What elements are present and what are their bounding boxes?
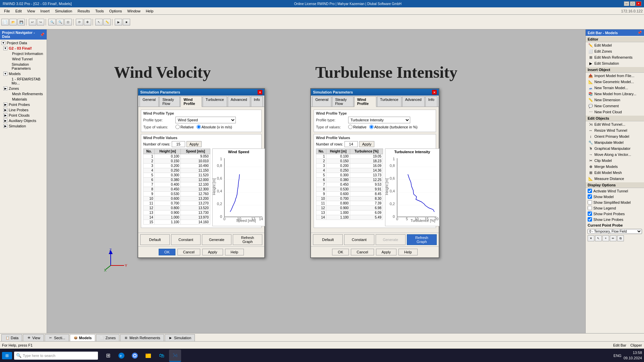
generate-button-wind[interactable]: Generate xyxy=(202,234,231,245)
merge-models-item[interactable]: ⊕ Merge Models xyxy=(586,164,644,170)
edit-simulation-item[interactable]: ▶ Edit Simulation xyxy=(586,60,644,66)
orient-model-item[interactable]: ↕ Orient Primary Model xyxy=(586,133,644,139)
tab-turb-wind-profile[interactable]: Wind Profile xyxy=(354,96,376,107)
edit-model-item[interactable]: ✏️ Edit Model xyxy=(586,42,644,48)
close-button[interactable]: ✕ xyxy=(636,1,641,6)
tb-zoom-out[interactable]: 🔍 xyxy=(56,19,64,25)
show-legend-check[interactable] xyxy=(588,206,592,210)
edit-mesh-item[interactable]: ⊞ Edit Mesh Refinements xyxy=(586,54,644,60)
tb-redo[interactable]: ↪ xyxy=(37,19,44,25)
tree-materials[interactable]: Materials xyxy=(0,97,47,102)
expand-simulation[interactable]: ▶ xyxy=(3,124,7,128)
menu-tools[interactable]: Tools xyxy=(93,8,107,14)
tree-model1[interactable]: 1 - RFEM/RSTAB Mo... xyxy=(0,76,47,86)
show-model-opt[interactable]: Show Model xyxy=(586,194,644,199)
activate-wind-tunnel-check[interactable] xyxy=(588,189,592,193)
probe-btn-delete[interactable]: ✕ xyxy=(588,235,594,241)
menu-view[interactable]: View xyxy=(24,8,38,14)
expand-zones[interactable]: ▶ xyxy=(3,86,7,90)
constant-button-wind[interactable]: Constant xyxy=(171,234,201,245)
tb-select[interactable]: ↖ xyxy=(95,19,103,25)
tb-save[interactable]: 💾 xyxy=(17,19,25,25)
show-point-probes-opt[interactable]: Show Point Probes xyxy=(586,211,644,217)
new-dimension-item[interactable]: 📏 New Dimension xyxy=(586,97,644,103)
menu-results[interactable]: Results xyxy=(75,8,93,14)
num-rows-input[interactable] xyxy=(172,141,185,147)
turb-absolute-radio[interactable] xyxy=(369,125,374,129)
clip-model-item[interactable]: ✂ Clip Model xyxy=(586,158,644,164)
num-rows-apply-button[interactable]: Apply xyxy=(186,141,202,147)
dialog-wind-titlebar[interactable]: Simulation Parameters ✕ xyxy=(138,89,264,96)
import-model-item[interactable]: 📥 Import Model from File... xyxy=(586,73,644,79)
tree-point-clouds[interactable]: ▶ Point Clouds xyxy=(0,113,47,118)
tab-info[interactable]: Info xyxy=(251,96,263,107)
move-vector-item[interactable]: → Move Along a Vector... xyxy=(586,152,644,158)
expand-models[interactable]: ▼ xyxy=(3,72,7,76)
maximize-button[interactable]: □ xyxy=(630,1,635,6)
new-comment-item[interactable]: 💬 New Comment xyxy=(586,103,644,109)
show-model-check[interactable] xyxy=(588,194,592,199)
main-viewport[interactable]: Wind Velocity Turbulense Intensity Z Y X xyxy=(47,29,585,333)
tab-view[interactable]: 👁 View xyxy=(23,334,44,341)
turb-num-rows-input[interactable] xyxy=(344,141,358,147)
tree-mesh-ref[interactable]: Mesh Refinements xyxy=(0,91,47,97)
new-point-cloud-item[interactable]: ⋯ New Point Cloud xyxy=(586,109,644,115)
taskbar-app-explorer[interactable] xyxy=(142,350,154,362)
turb-profile-type-select[interactable]: Turbulence Intensity xyxy=(348,117,410,123)
tab-steady-flow[interactable]: Steady Flow xyxy=(159,96,180,107)
tb-measure[interactable]: 📏 xyxy=(103,19,111,25)
cancel-button-turb[interactable]: Cancel xyxy=(351,249,374,255)
turb-absolute-label[interactable]: Absolute (turbulence in %) xyxy=(369,125,418,129)
probe-btn-add[interactable]: + xyxy=(602,235,609,241)
taskbar-search[interactable]: 🔍 Type here to search xyxy=(14,352,98,360)
tb-stop[interactable]: ■ xyxy=(123,19,130,25)
tab-turb-turbulence[interactable]: Turbulence xyxy=(377,96,401,107)
ok-button-turb[interactable]: OK xyxy=(332,249,349,255)
refresh-graph-button-turb[interactable]: Refresh Graph xyxy=(407,234,437,245)
manipulate-item[interactable]: 🔧 Manipulate Model xyxy=(586,139,644,145)
tb-open[interactable]: 📂 xyxy=(9,19,17,25)
sidebar-pin[interactable]: 📌 xyxy=(40,33,45,37)
tree-project-data[interactable]: ▼ Project Data xyxy=(0,40,47,46)
tab-wind-profile[interactable]: Wind Profile xyxy=(180,96,202,107)
tab-turb-info[interactable]: Info xyxy=(425,96,437,107)
apply-button-wind[interactable]: Apply xyxy=(202,249,223,255)
new-library-item[interactable]: 📚 New Model from Library... xyxy=(586,91,644,97)
show-legend-opt[interactable]: Show Legend xyxy=(586,205,644,211)
new-geo-model-item[interactable]: 📐 New Geometric Model... xyxy=(586,79,644,85)
tree-sim-params[interactable]: Simulation Parameters xyxy=(0,62,47,71)
menu-options[interactable]: Options xyxy=(107,8,125,14)
tab-advanced[interactable]: Advanced xyxy=(228,96,250,107)
probe-btn-edit[interactable]: ✏ xyxy=(610,235,616,241)
taskbar-app-store[interactable]: 🛍 xyxy=(156,350,168,362)
expand-point-probes[interactable]: ▶ xyxy=(3,103,7,107)
tab-turb-general[interactable]: General xyxy=(312,96,331,107)
tab-turb-steady[interactable]: Steady Flow xyxy=(332,96,354,107)
tab-models[interactable]: 📦 Models xyxy=(70,334,96,341)
tree-simulation[interactable]: ▶ Simulation xyxy=(0,123,47,129)
menu-help[interactable]: Help xyxy=(143,8,156,14)
refresh-graph-button-wind[interactable]: Refresh Graph xyxy=(233,234,262,245)
tb-fit[interactable]: ⊡ xyxy=(64,19,72,25)
tb-rotate[interactable]: ⟳ xyxy=(76,19,83,25)
probe-btn-copy[interactable]: ⧉ xyxy=(617,235,624,241)
turb-relative-radio[interactable] xyxy=(348,125,353,129)
new-terrain-item[interactable]: 🗻 New Terrain Model... xyxy=(586,85,644,91)
start-button[interactable]: ⊞ xyxy=(2,352,12,359)
tree-aux-objects[interactable]: ▶ Auxiliary Objects xyxy=(0,118,47,123)
show-line-probes-opt[interactable]: Show Line Probes xyxy=(586,217,644,222)
apply-button-turb[interactable]: Apply xyxy=(376,249,397,255)
show-simplified-opt[interactable]: Show Simplified Model xyxy=(586,199,644,205)
current-probe-select[interactable]: 0 - Temporary, Flow Field xyxy=(588,229,642,234)
help-button-turb[interactable]: Help xyxy=(398,249,418,255)
edit-zones-item[interactable]: ⬜ Edit Zones xyxy=(586,48,644,54)
taskbar-app-taskview[interactable]: ⊞ xyxy=(102,350,114,362)
turb-relative-label[interactable]: Relative xyxy=(348,125,367,129)
clipper-label[interactable]: Clipper xyxy=(630,343,642,347)
taskbar-app-edge[interactable]: e xyxy=(115,350,127,362)
tree-line-probes[interactable]: ▶ Line Probes xyxy=(0,107,47,113)
tree-models[interactable]: ▼ Models xyxy=(0,71,47,76)
menu-edit[interactable]: Edit xyxy=(13,8,24,14)
show-point-probes-check[interactable] xyxy=(588,212,592,216)
edit-wind-tunnel-item[interactable]: 🌬 Edit Wind Tunnel... xyxy=(586,121,644,127)
